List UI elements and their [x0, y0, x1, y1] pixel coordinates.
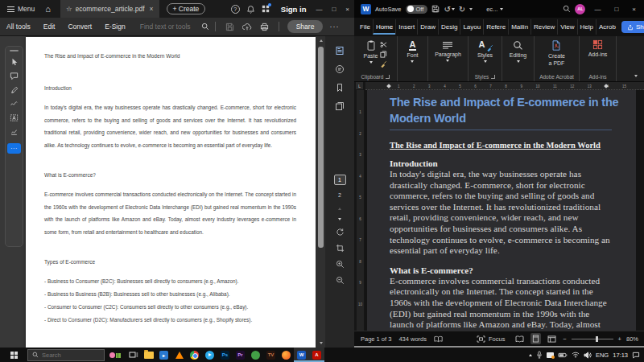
redo-icon[interactable]: ↻ [459, 5, 465, 14]
more-tools-button[interactable]: ··· [7, 143, 21, 154]
stamp-sign-icon[interactable] [10, 128, 19, 136]
print-layout-icon[interactable] [530, 333, 541, 344]
file-explorer-icon[interactable] [141, 348, 156, 362]
tab-design[interactable]: Desig [438, 19, 460, 35]
tab-file[interactable]: File [354, 19, 373, 35]
word-page[interactable]: The Rise and Impact of E-commerce in the… [367, 90, 636, 331]
bookmarks-panel-icon[interactable] [335, 83, 345, 93]
sign-in-button[interactable]: Sign in [281, 5, 307, 14]
home-icon[interactable]: ⌂ [40, 4, 56, 14]
paragraph-button[interactable]: Paragraph [435, 39, 461, 81]
language-indicator[interactable]: ENG [596, 352, 609, 359]
web-layout-icon[interactable] [546, 334, 558, 344]
crop-page-icon[interactable] [336, 244, 345, 253]
save-icon[interactable] [225, 23, 234, 31]
find-tools-search[interactable] [140, 23, 209, 31]
print-icon[interactable] [260, 23, 269, 31]
autosave-toggle[interactable]: Off [406, 5, 428, 14]
previous-page-icon[interactable] [338, 208, 341, 210]
word-minimize-button[interactable]: — [589, 6, 605, 13]
tab-layout[interactable]: Layou [460, 19, 483, 35]
close-tab-icon[interactable]: × [148, 5, 154, 13]
quick-save-icon[interactable] [431, 5, 440, 13]
more-options-icon[interactable]: ··· [329, 23, 339, 31]
notifications-bell-icon[interactable] [246, 5, 255, 14]
current-page-indicator[interactable]: 1 [334, 175, 346, 185]
focus-mode-icon[interactable] [477, 335, 485, 343]
tab-insert[interactable]: Insert [395, 19, 417, 35]
tv-app-icon[interactable]: TV [263, 348, 279, 362]
convert-tab[interactable]: Convert [61, 23, 98, 31]
word-search-icon[interactable] [563, 5, 571, 13]
rotate-page-icon[interactable] [336, 228, 345, 237]
comment-icon[interactable] [10, 72, 19, 80]
tab-draw[interactable]: Draw [417, 19, 438, 35]
word-share-button[interactable]: Share [621, 21, 644, 33]
browser-app-icon[interactable] [279, 348, 294, 362]
page-thumbnails-panel-icon[interactable] [335, 46, 345, 56]
collapse-ribbon-icon[interactable] [634, 75, 638, 77]
add-text-icon[interactable] [10, 113, 19, 122]
upload-cloud-icon[interactable] [242, 23, 252, 31]
tray-expand-icon[interactable] [529, 354, 532, 356]
premiere-icon[interactable]: Pr [233, 348, 248, 362]
zoom-out-icon[interactable] [336, 276, 345, 285]
taskbar-acrobat-icon[interactable]: A [309, 348, 324, 362]
share-button[interactable]: Share [287, 20, 324, 33]
taskbar-search[interactable] [27, 349, 105, 361]
tab-home[interactable]: Home [373, 19, 395, 35]
format-painter-icon[interactable] [380, 60, 387, 68]
chrome-icon[interactable] [187, 348, 202, 362]
volume-icon[interactable] [584, 352, 592, 359]
page-count[interactable]: Page 1 of 3 [361, 335, 391, 343]
next-page-icon[interactable] [338, 218, 341, 220]
undo-icon[interactable]: ↺ [444, 5, 454, 14]
highlight-pen-icon[interactable] [10, 86, 19, 94]
zoom-slider-thumb[interactable] [596, 336, 598, 342]
taskbar-search-input[interactable] [42, 352, 98, 359]
vlc-icon[interactable] [171, 348, 187, 362]
proofing-icon[interactable] [434, 335, 443, 343]
customize-quick-access-icon[interactable] [469, 8, 473, 10]
tab-references[interactable]: Refere [483, 19, 508, 35]
clock[interactable]: 17:13 [613, 352, 628, 359]
photoshop-icon[interactable]: Ps [217, 348, 233, 362]
zoom-out-control[interactable]: − [563, 335, 566, 343]
pdf-scrollbar[interactable] [316, 36, 325, 348]
font-button[interactable]: A Font [407, 39, 418, 81]
start-button[interactable] [0, 348, 27, 362]
pages-panel-icon[interactable] [335, 101, 345, 111]
acrobat-close-button[interactable]: × [341, 6, 354, 13]
read-mode-icon[interactable] [514, 334, 526, 344]
draw-icon[interactable] [10, 100, 19, 108]
horizontal-ruler[interactable]: 1 2 3 4 5 6 7 8 9 10 11 12 13 14 15 [365, 82, 644, 90]
task-view-button[interactable] [126, 348, 141, 362]
document-name[interactable]: ec... [486, 6, 503, 13]
dialog-launcher-icon[interactable] [386, 75, 390, 79]
editing-button[interactable]: Editing [510, 39, 526, 81]
dialog-launcher-icon[interactable] [491, 75, 495, 79]
focus-label[interactable]: Focus [489, 335, 505, 343]
tab-view[interactable]: View [557, 19, 576, 35]
movies-tv-icon[interactable]: ▸ [156, 348, 171, 362]
zoom-slider[interactable] [572, 339, 613, 339]
word-maximize-button[interactable]: □ [609, 6, 623, 13]
document-tab[interactable]: ☆ ecommerce_article.pdf × [60, 0, 159, 18]
comments-panel-icon[interactable] [335, 64, 345, 74]
taskbar-word-icon[interactable]: W [294, 348, 309, 362]
word-count[interactable]: 434 words [398, 335, 427, 343]
microphone-icon[interactable] [536, 351, 543, 359]
create-button[interactable]: + Create [167, 3, 206, 14]
esign-tab[interactable]: E-Sign [98, 23, 132, 31]
vertical-ruler[interactable]: 1 2 3 4 5 6 7 8 9 10 [357, 90, 364, 331]
tab-mailings[interactable]: Mailin [508, 19, 530, 35]
account-avatar[interactable]: AL [575, 4, 585, 14]
cut-icon[interactable] [380, 41, 387, 48]
green-app-icon[interactable] [248, 348, 263, 362]
word-close-button[interactable]: × [627, 6, 641, 13]
select-cursor-icon[interactable] [10, 58, 19, 66]
tray-app-icon[interactable] [547, 352, 554, 358]
edit-tab[interactable]: Edit [37, 23, 62, 31]
all-tools-tab[interactable]: All tools [0, 23, 37, 31]
telegram-icon[interactable] [202, 348, 217, 362]
